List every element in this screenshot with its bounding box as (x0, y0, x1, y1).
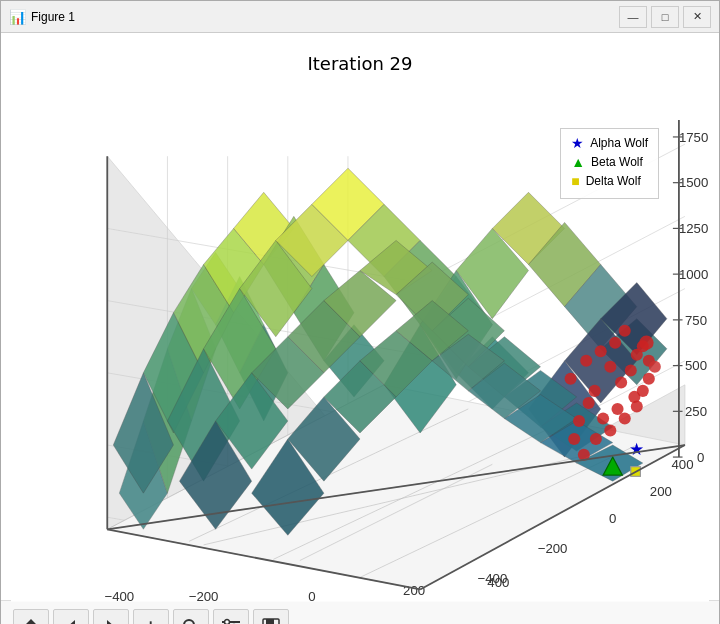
svg-point-86 (625, 364, 637, 376)
svg-text:★: ★ (629, 440, 644, 459)
svg-text:250: 250 (685, 404, 707, 419)
svg-text:0: 0 (609, 511, 616, 526)
svg-point-91 (612, 403, 624, 415)
svg-point-143 (184, 620, 194, 624)
svg-text:0: 0 (697, 450, 704, 465)
svg-marker-140 (67, 620, 75, 624)
svg-marker-141 (107, 620, 115, 624)
svg-point-98 (604, 425, 616, 437)
window-icon: 📊 (9, 9, 25, 25)
plot-area: Iteration 29 ★ Alpha Wolf ▲ Beta Wolf ■ … (1, 33, 719, 600)
svg-text:−400: −400 (477, 571, 507, 586)
svg-text:1500: 1500 (679, 175, 708, 190)
svg-point-104 (639, 336, 653, 350)
svg-text:−200: −200 (189, 589, 219, 604)
svg-point-82 (619, 325, 631, 337)
delta-wolf-label: Delta Wolf (586, 174, 641, 188)
alpha-wolf-label: Alpha Wolf (590, 136, 648, 150)
legend-item-alpha: ★ Alpha Wolf (571, 135, 648, 151)
legend-item-delta: ■ Delta Wolf (571, 173, 648, 189)
svg-point-81 (609, 337, 621, 349)
svg-point-83 (604, 361, 616, 373)
svg-point-103 (649, 361, 661, 373)
maximize-button[interactable]: □ (651, 6, 679, 28)
beta-wolf-icon: ▲ (571, 154, 585, 170)
delta-wolf-icon: ■ (571, 173, 579, 189)
window-title: Figure 1 (31, 10, 619, 24)
svg-point-80 (595, 345, 607, 357)
svg-point-97 (590, 433, 602, 445)
legend: ★ Alpha Wolf ▲ Beta Wolf ■ Delta Wolf (560, 128, 659, 199)
svg-point-94 (573, 415, 585, 427)
svg-point-99 (619, 413, 631, 425)
content-area: Iteration 29 ★ Alpha Wolf ▲ Beta Wolf ■ … (1, 33, 719, 624)
svg-text:400: 400 (671, 457, 693, 472)
svg-point-101 (637, 385, 649, 397)
svg-text:1250: 1250 (679, 221, 708, 236)
svg-point-79 (580, 355, 592, 367)
svg-text:−400: −400 (104, 589, 134, 604)
minimize-button[interactable]: — (619, 6, 647, 28)
svg-point-92 (597, 413, 609, 425)
svg-text:200: 200 (403, 583, 425, 598)
titlebar: 📊 Figure 1 — □ ✕ (1, 1, 719, 33)
svg-text:750: 750 (685, 313, 707, 328)
svg-point-78 (565, 373, 577, 385)
beta-wolf-label: Beta Wolf (591, 155, 643, 169)
legend-item-beta: ▲ Beta Wolf (571, 154, 648, 170)
main-window: 📊 Figure 1 — □ ✕ Iteration 29 ★ Alpha Wo… (0, 0, 720, 624)
svg-point-102 (643, 373, 655, 385)
close-button[interactable]: ✕ (683, 6, 711, 28)
svg-point-93 (583, 397, 595, 409)
svg-point-85 (615, 376, 627, 388)
svg-point-84 (589, 385, 601, 397)
svg-point-95 (568, 433, 580, 445)
svg-text:0: 0 (308, 589, 315, 604)
svg-point-100 (631, 400, 643, 412)
svg-text:1750: 1750 (679, 130, 708, 145)
window-controls: — □ ✕ (619, 6, 711, 28)
svg-text:500: 500 (685, 358, 707, 373)
svg-text:1000: 1000 (679, 267, 708, 282)
svg-text:200: 200 (650, 484, 672, 499)
alpha-wolf-icon: ★ (571, 135, 584, 151)
svg-text:−200: −200 (538, 541, 568, 556)
